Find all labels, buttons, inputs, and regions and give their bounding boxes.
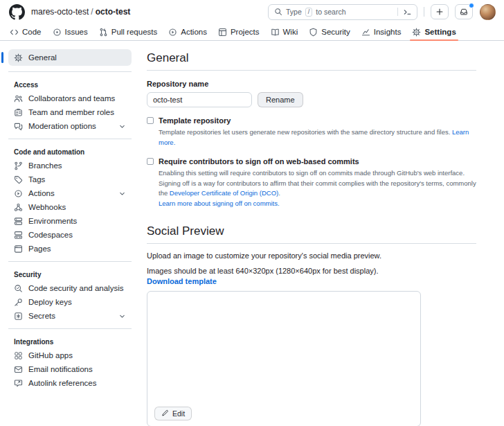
breadcrumb-owner[interactable]: mares-octo-test <box>31 7 89 17</box>
signoff-label: Require contributors to sign off on web-… <box>159 157 359 166</box>
tab-pull-requests[interactable]: Pull requests <box>93 24 163 40</box>
tab-code[interactable]: Code <box>4 24 47 40</box>
notification-dot <box>469 3 474 8</box>
tab-issues[interactable]: Issues <box>47 24 93 40</box>
create-new-button[interactable] <box>431 4 449 19</box>
avatar[interactable] <box>480 4 496 20</box>
sidebar-item-label: Autolink references <box>28 379 96 387</box>
social-preview-heading: Social Preview <box>147 224 476 244</box>
inbox-button[interactable] <box>455 4 473 19</box>
global-search-input[interactable]: Type / to search <box>268 4 417 20</box>
sidebar-item-moderation-options[interactable]: Moderation options <box>8 119 132 133</box>
sidebar-item-github-apps[interactable]: GitHub apps <box>8 348 132 362</box>
tab-projects[interactable]: Projects <box>213 24 265 40</box>
dco-link[interactable]: Developer Certificate of Origin (DCO) <box>170 189 278 197</box>
sidebar-item-label: Deploy keys <box>28 298 72 306</box>
social-preview-upload-area[interactable]: Edit <box>147 291 421 426</box>
sidebar-item-general[interactable]: General <box>8 49 132 66</box>
rename-button[interactable]: Rename <box>258 92 303 107</box>
sidebar-item-label: Branches <box>28 161 62 170</box>
app-header: mares-octo-test/octo-test Type / to sear… <box>0 0 504 24</box>
pencil-icon <box>161 409 169 417</box>
sidebar-item-code-security[interactable]: Code security and analysis <box>8 281 132 295</box>
sidebar-item-webhooks[interactable]: Webhooks <box>8 200 132 214</box>
key-asterisk-icon <box>14 312 23 321</box>
sidebar-item-deploy-keys[interactable]: Deploy keys <box>8 295 132 309</box>
sidebar-item-label: Webhooks <box>28 203 66 211</box>
people-icon <box>14 94 23 103</box>
sidebar-item-codespaces[interactable]: Codespaces <box>8 228 132 242</box>
sidebar-item-email-notifications[interactable]: Email notifications <box>8 362 132 376</box>
sidebar-item-pages[interactable]: Pages <box>8 242 132 256</box>
tab-label: Issues <box>65 28 88 36</box>
plus-icon <box>435 8 444 16</box>
chevron-down-icon <box>118 312 126 320</box>
template-repository-label: Template repository <box>159 116 231 125</box>
mail-icon <box>14 365 23 374</box>
shield-icon <box>309 28 318 37</box>
tab-wiki[interactable]: Wiki <box>265 24 304 40</box>
breadcrumb-repo[interactable]: octo-test <box>96 7 131 17</box>
template-repository-note: Template repositories let users generate… <box>159 127 476 148</box>
browser-icon <box>14 245 23 254</box>
terminal-icon[interactable] <box>403 8 412 17</box>
sidebar-section-integrations: Integrations <box>8 335 132 348</box>
sidebar-item-label: Code security and analysis <box>28 284 123 292</box>
codescan-icon <box>14 284 23 293</box>
sidebar-item-branches[interactable]: Branches <box>8 159 132 172</box>
sidebar-item-label: Environments <box>28 217 77 225</box>
sidebar-item-collaborators[interactable]: Collaborators and teams <box>8 91 132 105</box>
sidebar-item-label: Codespaces <box>28 231 73 239</box>
chevron-down-icon <box>118 190 126 197</box>
signoff-learn-more-link[interactable]: Learn more about signing off on commits. <box>159 199 280 207</box>
note-text: . <box>278 189 280 197</box>
note-text: Template repositories let users generate… <box>159 128 450 136</box>
tab-label: Settings <box>424 28 456 36</box>
social-preview-size-hint: Images should be at least 640×320px (128… <box>147 267 476 275</box>
sidebar-divider <box>8 328 132 329</box>
key-icon <box>14 298 23 307</box>
comment-discussion-icon <box>14 122 23 131</box>
sidebar-section-security: Security <box>8 267 132 281</box>
signoff-checkbox[interactable] <box>147 158 154 165</box>
sidebar-item-label: Team and member roles <box>28 108 114 116</box>
template-repository-checkbox[interactable] <box>147 117 154 124</box>
id-badge-icon <box>14 108 23 117</box>
tab-label: Security <box>321 28 350 36</box>
sidebar-item-label: Pages <box>28 245 51 253</box>
sidebar-divider <box>8 261 132 262</box>
github-logo-icon[interactable] <box>9 4 25 20</box>
tab-settings[interactable]: Settings <box>406 24 461 40</box>
tab-label: Projects <box>231 28 260 36</box>
tab-label: Code <box>22 28 42 36</box>
edit-social-preview-button[interactable]: Edit <box>154 407 192 420</box>
webhook-icon <box>14 203 23 212</box>
apps-icon <box>14 351 23 360</box>
search-icon <box>274 8 282 16</box>
cross-reference-icon <box>14 379 23 388</box>
sidebar-item-secrets[interactable]: Secrets <box>8 309 132 323</box>
download-template-link[interactable]: Download template <box>147 277 217 285</box>
tab-insights[interactable]: Insights <box>356 24 407 40</box>
repository-name-input[interactable] <box>147 92 252 107</box>
sidebar-item-autolink-references[interactable]: Autolink references <box>8 376 132 390</box>
graph-icon <box>361 28 370 37</box>
sidebar-item-label: GitHub apps <box>28 351 73 360</box>
sidebar-item-label: Secrets <box>28 312 55 320</box>
sidebar-item-label: Tags <box>28 175 45 184</box>
repository-name-label: Repository name <box>147 80 476 88</box>
header-divider <box>424 7 424 17</box>
sidebar-item-actions[interactable]: Actions <box>8 186 132 200</box>
git-pull-request-icon <box>99 28 108 37</box>
tab-security[interactable]: Security <box>303 24 356 40</box>
sidebar-item-label: Moderation options <box>28 122 96 130</box>
search-placeholder-suffix: to search <box>316 8 345 16</box>
sidebar-item-environments[interactable]: Environments <box>8 214 132 228</box>
issue-opened-icon <box>53 28 62 37</box>
sidebar-item-tags[interactable]: Tags <box>8 172 132 186</box>
chevron-down-icon <box>118 123 126 130</box>
tab-actions[interactable]: Actions <box>163 24 213 40</box>
sidebar-item-team-roles[interactable]: Team and member roles <box>8 105 132 119</box>
book-icon <box>271 28 280 37</box>
gear-icon <box>412 28 421 37</box>
